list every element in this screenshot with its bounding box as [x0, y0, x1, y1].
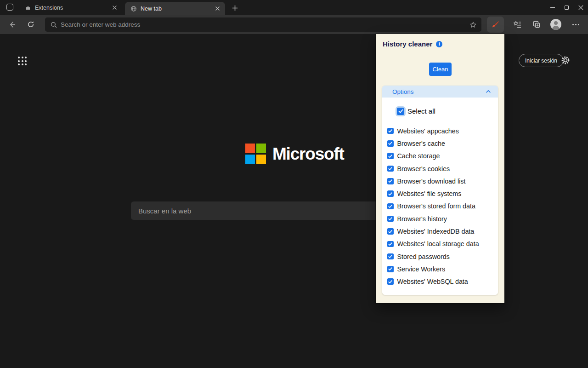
option-checkbox[interactable]	[387, 128, 394, 134]
option-row: Websites' local storage data	[387, 238, 495, 250]
option-checkbox[interactable]	[387, 153, 394, 159]
option-row: Stored passwords	[387, 250, 495, 263]
settings-gear-icon[interactable]	[561, 56, 570, 65]
option-checkbox[interactable]	[387, 178, 394, 184]
option-row: Websites' WebSQL data	[387, 276, 495, 288]
option-checkbox[interactable]	[387, 253, 394, 260]
tab-close-icon[interactable]	[214, 5, 221, 12]
tab-label: Extensions	[35, 5, 107, 11]
select-all-checkbox[interactable]	[397, 108, 404, 115]
option-checkbox[interactable]	[387, 166, 394, 172]
option-checkbox[interactable]	[387, 190, 394, 197]
titlebar: Extensions New tab	[0, 0, 588, 15]
option-checkbox[interactable]	[387, 278, 394, 285]
clean-button[interactable]: Clean	[429, 63, 452, 76]
option-checkbox[interactable]	[387, 203, 394, 210]
browser-window: Extensions New tab	[0, 0, 588, 368]
extensions-favicon	[25, 5, 31, 11]
tab-extensions[interactable]: Extensions	[19, 0, 122, 15]
option-checkbox[interactable]	[387, 241, 394, 247]
new-tab-button[interactable]	[231, 4, 239, 12]
toolbar	[0, 15, 588, 34]
option-label[interactable]: Browser's history	[397, 215, 447, 223]
option-checkbox[interactable]	[387, 228, 394, 235]
paintbrush-extension-icon	[491, 20, 500, 29]
add-favorite-icon[interactable]	[469, 21, 477, 29]
collections-icon[interactable]	[530, 17, 543, 31]
chevron-up-icon	[485, 88, 492, 95]
options-list: Websites' appcaches Browser's cache	[387, 125, 495, 288]
address-bar[interactable]	[45, 17, 481, 32]
option-label[interactable]: Websites' WebSQL data	[397, 278, 468, 285]
option-row: Browser's cache	[387, 137, 495, 150]
option-label[interactable]: Stored passwords	[397, 253, 450, 260]
restore-button[interactable]	[560, 0, 574, 15]
option-row: Browser's stored form data	[387, 200, 495, 213]
option-label[interactable]: Cache storage	[397, 152, 440, 160]
microsoft-logo: Microsoft	[245, 144, 344, 164]
option-row: Websites' file systems	[387, 187, 495, 200]
refresh-button[interactable]	[24, 17, 38, 31]
option-label[interactable]: Websites' IndexedDB data	[397, 228, 475, 235]
option-label[interactable]: Browser's stored form data	[397, 202, 475, 210]
option-checkbox[interactable]	[387, 216, 394, 222]
apps-grid-icon[interactable]	[18, 57, 27, 65]
option-row: Cache storage	[387, 150, 495, 162]
option-row: Browser's download list	[387, 175, 495, 187]
option-label[interactable]: Websites' local storage data	[397, 240, 479, 247]
option-row: Browser's history	[387, 213, 495, 225]
microsoft-logo-squares	[245, 144, 266, 164]
options-header[interactable]: Options	[382, 86, 498, 98]
option-checkbox[interactable]	[387, 140, 394, 147]
option-label[interactable]: Websites' appcaches	[397, 127, 459, 135]
new-tab-favicon	[130, 6, 137, 12]
address-input[interactable]	[61, 21, 466, 28]
option-row: Websites' IndexedDB data	[387, 225, 495, 237]
back-button[interactable]	[5, 17, 19, 31]
tab-label: New tab	[141, 6, 210, 12]
option-label[interactable]: Service Workers	[397, 265, 446, 273]
select-all-row: Select all	[397, 107, 435, 115]
option-row: Service Workers	[387, 263, 495, 275]
option-row: Browser's cookies	[387, 162, 495, 175]
option-label[interactable]: Browser's download list	[397, 178, 466, 185]
popup-header: History cleaner	[383, 40, 442, 48]
window-controls	[545, 0, 588, 15]
favorites-icon[interactable]	[510, 17, 524, 31]
minimize-button[interactable]	[545, 0, 560, 15]
history-cleaner-popup: History cleaner Clean Options Select all	[376, 34, 504, 303]
sign-in-button[interactable]: Iniciar sesión	[519, 54, 564, 67]
options-body: Select all Websites' appcaches	[382, 98, 498, 295]
search-icon	[51, 22, 57, 28]
options-label: Options	[392, 88, 414, 95]
microsoft-logo-text: Microsoft	[272, 145, 344, 162]
workspaces-icon[interactable]	[6, 4, 13, 11]
profile-avatar[interactable]	[550, 19, 561, 30]
option-row: Websites' appcaches	[387, 125, 495, 137]
tab-new-tab[interactable]: New tab	[125, 2, 225, 15]
options-card: Options Select all	[382, 86, 498, 295]
info-icon[interactable]	[436, 41, 442, 47]
history-cleaner-extension-button[interactable]	[487, 17, 504, 33]
option-checkbox[interactable]	[387, 266, 394, 272]
person-icon	[554, 21, 558, 25]
option-label[interactable]: Browser's cookies	[397, 165, 450, 172]
select-all-label[interactable]: Select all	[407, 107, 435, 115]
option-label[interactable]: Browser's cache	[397, 140, 445, 147]
option-label[interactable]: Websites' file systems	[397, 190, 462, 197]
tab-close-icon[interactable]	[111, 4, 119, 12]
more-menu-icon[interactable]	[569, 17, 582, 31]
close-button[interactable]	[574, 0, 588, 15]
popup-title: History cleaner	[383, 40, 432, 48]
